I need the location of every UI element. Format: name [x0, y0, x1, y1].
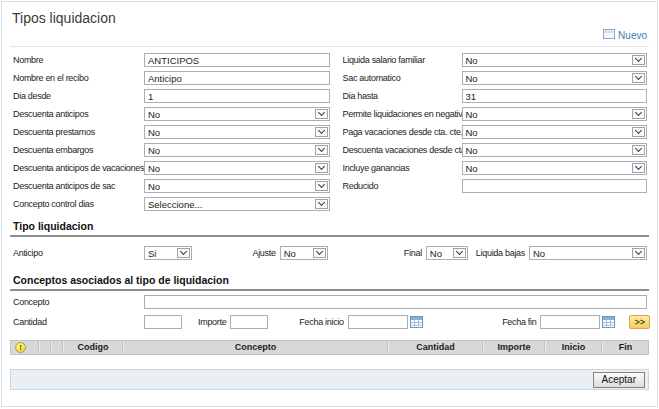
descuenta-anticipos-de-vacaciones-label: Descuenta anticipos de vacaciones	[13, 163, 144, 173]
chevron-down-icon[interactable]	[177, 248, 190, 258]
chevron-down-icon[interactable]	[632, 55, 645, 65]
select-value: No	[463, 73, 632, 84]
fecha-fin-label: Fecha fin	[502, 317, 536, 327]
chevron-down-icon[interactable]	[315, 127, 328, 137]
select-value: No	[145, 109, 314, 120]
dia-desde-input[interactable]	[144, 89, 330, 103]
chevron-down-icon[interactable]	[315, 181, 328, 191]
select-value: No	[145, 181, 314, 192]
page-title: Tipos liquidacion	[2, 2, 657, 26]
descuenta-anticipos-label: Descuenta anticipos	[13, 109, 144, 119]
toolbar: Nuevo	[2, 27, 657, 43]
incluye-ganancias-label: Incluye ganancias	[343, 163, 462, 173]
section-heading-tipo-liquidacion: Tipo liquidacion	[13, 220, 657, 232]
ajuste-label: Ajuste	[252, 248, 275, 258]
nombre-input[interactable]	[144, 53, 330, 67]
aceptar-button[interactable]: Aceptar	[593, 372, 645, 388]
incluye-ganancias-select[interactable]: No	[462, 161, 648, 175]
descuenta-anticipos-de-vacaciones-select[interactable]: No	[144, 161, 330, 175]
select-value: No	[463, 127, 632, 138]
fecha-fin-calendar-icon[interactable]	[602, 316, 617, 329]
form-row: Permite liquidaciones en negativoNo	[330, 105, 658, 123]
form-row: Paga vacaciones desde cta. cte.No	[330, 123, 658, 141]
form-row: Liquida salario familiarNo	[330, 51, 658, 69]
select-value: No	[463, 109, 632, 120]
select-value: No	[145, 145, 314, 156]
chevron-down-icon[interactable]	[632, 109, 645, 119]
nombre-en-el-recibo-label: Nombre en el recibo	[13, 73, 144, 83]
chevron-down-icon[interactable]	[632, 73, 645, 83]
column-spacer	[39, 341, 51, 354]
form-row: Dia hasta	[330, 87, 658, 105]
form-row: Concepto control diasSeleccione...	[2, 195, 330, 213]
nombre-en-el-recibo-input[interactable]	[144, 71, 330, 85]
column-header-inicio: Inicio	[545, 341, 602, 354]
chevron-down-icon[interactable]	[632, 145, 645, 155]
descuenta-prestamos-select[interactable]: No	[144, 125, 330, 139]
descuenta-embargos-select[interactable]: No	[144, 143, 330, 157]
column-header-concepto: Concepto	[123, 341, 388, 354]
form-row: Descuenta anticipos de vacacionesNo	[2, 159, 330, 177]
nuevo-label: Nuevo	[618, 30, 647, 41]
concepto-row: Concepto	[2, 291, 657, 310]
table-empty-body	[10, 355, 649, 367]
final-select[interactable]: No	[426, 246, 468, 260]
chevron-down-icon[interactable]	[315, 109, 328, 119]
chevron-down-icon[interactable]	[315, 199, 328, 209]
column-header-codigo: Codigo	[63, 341, 123, 354]
reducido-label: Reducido	[343, 181, 462, 191]
concepto-input[interactable]	[144, 295, 647, 309]
select-value: No	[281, 248, 312, 259]
chevron-down-icon[interactable]	[453, 248, 466, 258]
descuenta-prestamos-label: Descuenta prestamos	[13, 127, 144, 137]
importe-label: Importe	[198, 317, 226, 327]
chevron-down-icon[interactable]	[313, 248, 326, 258]
paga-vacaciones-desde-cta-cte-select[interactable]: No	[462, 125, 648, 139]
chevron-down-icon[interactable]	[632, 248, 645, 258]
divider	[10, 46, 649, 47]
descuenta-anticipos-select[interactable]: No	[144, 107, 330, 121]
cantidad-label: Cantidad	[13, 317, 144, 327]
page: Tipos liquidacion Nuevo NombreNombre en …	[1, 1, 658, 407]
fecha-inicio-input[interactable]	[348, 315, 408, 329]
chevron-down-icon[interactable]	[632, 127, 645, 137]
column-header-importe: Importe	[483, 341, 545, 354]
chevron-down-icon[interactable]	[315, 163, 328, 173]
nuevo-link[interactable]: Nuevo	[603, 29, 647, 41]
sac-automatico-select[interactable]: No	[462, 71, 648, 85]
descuenta-anticipos-de-sac-select[interactable]: No	[144, 179, 330, 193]
form-row: Incluye gananciasNo	[330, 159, 658, 177]
chevron-down-icon[interactable]	[632, 163, 645, 173]
ajuste-select[interactable]: No	[280, 246, 328, 260]
new-document-icon	[603, 29, 615, 41]
main-form: NombreNombre en el reciboDia desdeDescue…	[2, 51, 657, 213]
form-row: Descuenta anticipos de sacNo	[2, 177, 330, 195]
reducido-input[interactable]	[462, 179, 648, 193]
liquida-salario-familiar-select[interactable]: No	[462, 53, 648, 67]
anticipo-select[interactable]: Si	[144, 246, 192, 260]
form-row: Descuenta prestamosNo	[2, 123, 330, 141]
liquida-bajas-select[interactable]: No	[529, 246, 647, 260]
fecha-inicio-calendar-icon[interactable]	[410, 316, 425, 329]
permite-liquidaciones-en-negativo-select[interactable]: No	[462, 107, 648, 121]
select-value: No	[463, 55, 632, 66]
descuenta-vacaciones-desde-cta-cte-select[interactable]: No	[462, 143, 648, 157]
concepto-control-dias-select[interactable]: Seleccione...	[144, 197, 330, 211]
select-value: No	[145, 163, 314, 174]
anticipo-label: Anticipo	[13, 248, 144, 258]
chevron-down-icon[interactable]	[315, 145, 328, 155]
add-concepto-button[interactable]: >>	[629, 315, 650, 329]
form-column-right: Liquida salario familiarNoSac automatico…	[330, 51, 658, 213]
dia-hasta-input[interactable]	[462, 89, 648, 103]
section-heading-conceptos: Conceptos asociados al tipo de liquidaci…	[13, 274, 657, 286]
paga-vacaciones-desde-cta-cte-label: Paga vacaciones desde cta. cte.	[343, 127, 462, 137]
fecha-inicio-label: Fecha inicio	[299, 317, 343, 327]
select-value: No	[427, 248, 452, 259]
cantidad-input[interactable]	[144, 315, 182, 329]
select-value: No	[463, 145, 632, 156]
importe-input[interactable]	[230, 315, 268, 329]
fecha-fin-input[interactable]	[540, 315, 600, 329]
descuenta-vacaciones-desde-cta-cte-label: Descuenta vacaciones desde cta. cte.	[343, 145, 462, 155]
dia-desde-label: Dia desde	[13, 91, 144, 101]
form-column-left: NombreNombre en el reciboDia desdeDescue…	[2, 51, 330, 213]
